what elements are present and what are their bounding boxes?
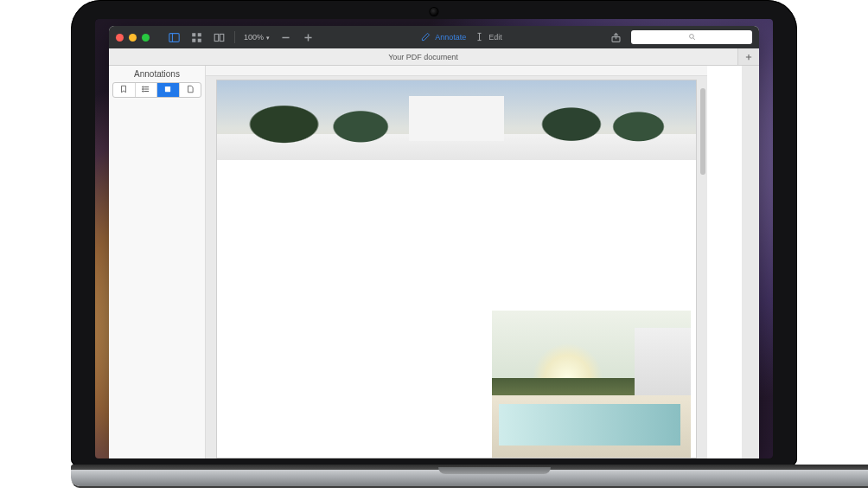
annotate-mode-button[interactable]: Annotate <box>421 32 466 43</box>
svg-point-22 <box>142 91 143 92</box>
page-icon <box>186 85 195 95</box>
vertical-scrollbar-thumb[interactable] <box>700 88 705 175</box>
sidebar-segmented-control <box>112 82 201 98</box>
text-cursor-icon <box>475 32 484 43</box>
svg-rect-4 <box>192 38 195 42</box>
svg-rect-23 <box>165 87 170 92</box>
camera-dot <box>431 8 438 16</box>
toolbar-separator <box>234 31 235 43</box>
sidebar-seg-pages[interactable] <box>180 83 201 97</box>
pdf-page[interactable] <box>216 80 697 458</box>
pencil-icon <box>421 32 431 43</box>
sidebar-seg-bookmarks[interactable] <box>113 83 136 97</box>
window-toolbar: 100% ▾ Annotate <box>109 26 759 48</box>
zoom-in-button[interactable] <box>301 30 315 44</box>
svg-rect-2 <box>192 33 195 36</box>
annotate-label: Annotate <box>435 33 466 42</box>
new-tab-button[interactable] <box>738 48 759 65</box>
svg-rect-5 <box>197 38 201 42</box>
chevron-down-icon: ▾ <box>266 35 270 42</box>
svg-rect-0 <box>169 33 178 42</box>
svg-line-14 <box>692 37 694 39</box>
bookmark-icon <box>119 85 128 95</box>
sidebar-title: Annotations <box>109 66 205 82</box>
laptop-notch <box>438 467 551 474</box>
svg-point-21 <box>142 88 143 89</box>
svg-rect-7 <box>220 34 223 41</box>
close-window-button[interactable] <box>116 34 124 42</box>
fullscreen-window-button[interactable] <box>142 34 150 42</box>
svg-point-13 <box>689 34 693 38</box>
document-tab-title: Your PDF document <box>388 53 458 61</box>
page-image-pool <box>492 311 691 458</box>
svg-rect-6 <box>214 34 218 41</box>
page-image-hero <box>217 80 696 160</box>
sidebar-seg-outline[interactable] <box>136 83 158 97</box>
pdf-app-window: 100% ▾ Annotate <box>109 26 759 458</box>
document-tab-strip: Your PDF document <box>109 48 759 66</box>
sidebar-panel: Annotations <box>109 66 206 458</box>
minimize-window-button[interactable] <box>129 34 137 42</box>
sidebar-toggle-icon[interactable] <box>167 30 181 44</box>
edit-mode-button[interactable]: Edit <box>475 32 502 43</box>
macbook-frame: 100% ▾ Annotate <box>71 0 797 486</box>
sidebar-seg-annotations[interactable] <box>157 83 180 97</box>
search-input[interactable] <box>631 30 752 44</box>
document-tab[interactable]: Your PDF document <box>109 48 738 65</box>
share-button[interactable] <box>609 30 622 44</box>
laptop-lid: 100% ▾ Annotate <box>71 0 797 467</box>
list-icon <box>142 85 150 95</box>
highlight-icon <box>163 85 172 95</box>
edit-label: Edit <box>488 33 502 42</box>
zoom-out-button[interactable] <box>278 30 292 44</box>
thumbnails-icon[interactable] <box>189 30 203 44</box>
traffic-lights <box>116 34 150 42</box>
laptop-base <box>71 467 868 486</box>
viewport-right-margin <box>707 66 742 458</box>
zoom-value: 100% <box>244 33 264 42</box>
zoom-control[interactable]: 100% ▾ <box>244 33 270 42</box>
laptop-screen: 100% ▾ Annotate <box>95 19 773 458</box>
search-icon <box>688 33 696 42</box>
svg-point-20 <box>142 87 143 87</box>
app-body: Annotations <box>109 66 759 458</box>
svg-rect-3 <box>197 33 201 36</box>
two-page-view-icon[interactable] <box>212 30 226 44</box>
document-viewport <box>206 66 759 458</box>
horizontal-ruler <box>206 66 707 76</box>
